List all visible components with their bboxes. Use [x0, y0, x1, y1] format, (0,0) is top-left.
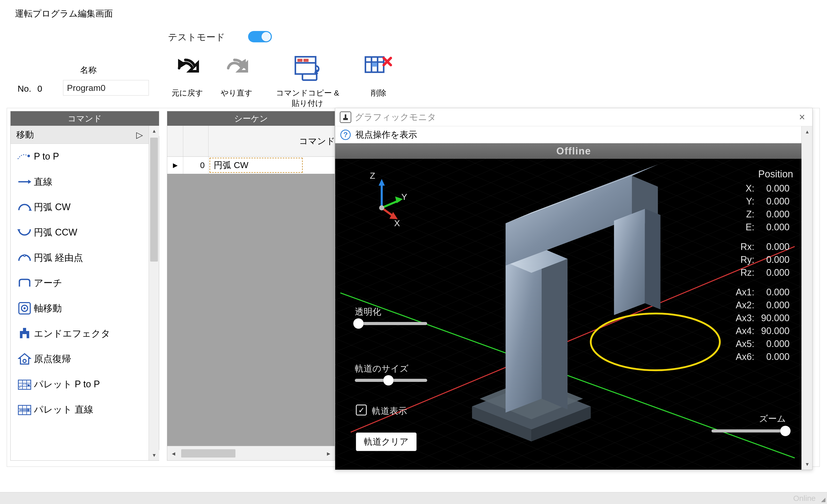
svg-rect-4	[302, 74, 317, 80]
no-label: No.	[17, 83, 31, 94]
line-icon	[15, 177, 34, 187]
trace-show-checkbox[interactable]: ✓	[356, 405, 367, 415]
command-item-arc-via[interactable]: 円弧 経由点	[11, 245, 149, 270]
scroll-up-icon[interactable]: ▴	[149, 126, 159, 136]
trace-size-label: 軌道のサイズ	[355, 363, 408, 375]
status-bar: Online ◢	[0, 492, 827, 504]
command-item-home[interactable]: 原点復帰	[11, 346, 149, 372]
program-number-value: 0	[37, 83, 42, 94]
end-effector-icon	[15, 327, 34, 340]
svg-rect-35	[345, 114, 346, 118]
test-mode-toggle[interactable]	[248, 31, 272, 42]
svg-rect-17	[23, 328, 26, 331]
viewport-3d[interactable]: Z Y X 透明化 軌道のサイズ ✓ 軌道表示 軌道クリア ズーム Positi…	[335, 159, 801, 470]
scroll-up-icon[interactable]: ▴	[802, 126, 813, 137]
svg-rect-19	[20, 334, 22, 338]
status-online: Online	[793, 494, 816, 503]
view-help-button[interactable]: ? 視点操作を表示	[335, 126, 812, 143]
command-item-pallet-line[interactable]: パレット 直線	[11, 397, 149, 422]
transparency-slider[interactable]	[355, 322, 427, 325]
command-item-pallet-ptop[interactable]: パレット P to P	[11, 372, 149, 397]
program-number-label: No. 0	[17, 83, 42, 94]
sequence-command-cell[interactable]: 円弧 CW	[209, 158, 303, 173]
axis-z-label: Z	[370, 171, 375, 181]
svg-marker-54	[379, 179, 385, 186]
sequence-row[interactable]: ▶ 0 円弧 CW	[167, 157, 335, 174]
svg-point-13	[24, 255, 25, 256]
undo-button[interactable]: 元に戻す	[165, 55, 209, 79]
slider-knob[interactable]	[383, 375, 394, 386]
offline-badge: Offline	[335, 143, 812, 159]
scroll-thumb[interactable]	[150, 137, 158, 262]
scroll-down-icon[interactable]: ▾	[149, 450, 159, 460]
view-help-label: 視点操作を表示	[355, 129, 417, 141]
graphic-monitor-window: グラフィックモニタ × ? 視点操作を表示 Offline	[335, 108, 813, 470]
page-title: 運転プログラム編集画面	[15, 8, 113, 20]
command-item-end-effector[interactable]: エンドエフェクタ	[11, 321, 149, 346]
sequence-h-scrollbar[interactable]: ◂ ▸	[167, 446, 335, 460]
toggle-knob-icon	[261, 32, 271, 41]
scroll-thumb[interactable]	[181, 449, 235, 457]
copy-paste-label-1: コマンドコピー &	[274, 88, 341, 98]
command-item-arc-cw[interactable]: 円弧 CW	[11, 194, 149, 220]
trace-show-label: 軌道表示	[372, 405, 407, 417]
command-panel-header: コマンド	[11, 111, 159, 126]
position-header: Position	[732, 169, 793, 182]
transparency-label: 透明化	[355, 306, 381, 318]
command-item-label: アーチ	[34, 277, 62, 289]
command-item-axis-move[interactable]: 軸移動	[11, 296, 149, 321]
scroll-right-icon[interactable]: ▸	[322, 446, 335, 461]
svg-rect-2	[297, 59, 303, 62]
sequence-panel: シーケン コマンド ▶ 0 円弧 CW ◂ ▸	[167, 111, 335, 461]
command-item-arch[interactable]: アーチ	[11, 270, 149, 296]
command-scrollbar[interactable]: ▴ ▾	[149, 126, 159, 460]
axis-move-icon	[15, 301, 34, 315]
zoom-slider[interactable]	[712, 429, 789, 433]
axis-x-label: X	[394, 218, 400, 228]
undo-icon	[175, 55, 200, 79]
slider-knob[interactable]	[353, 318, 363, 329]
command-item-arc-ccw[interactable]: 円弧 CCW	[11, 220, 149, 245]
ptop-icon	[15, 151, 34, 162]
command-list: P to P 直線 円弧 CW 円弧 CCW	[11, 144, 149, 460]
delete-icon	[364, 55, 393, 79]
arc-cw-icon	[15, 202, 34, 212]
svg-rect-20	[27, 334, 29, 338]
command-item-label: P to P	[34, 151, 59, 162]
svg-point-10	[28, 155, 30, 157]
trace-size-slider[interactable]	[355, 379, 427, 382]
svg-rect-9	[372, 62, 377, 67]
copy-paste-button[interactable]: コマンドコピー & 貼り付け	[274, 55, 341, 83]
trace-clear-button[interactable]: 軌道クリア	[356, 433, 417, 451]
svg-point-27	[28, 384, 30, 386]
graphic-monitor-titlebar[interactable]: グラフィックモニタ ×	[335, 108, 812, 126]
redo-icon	[224, 55, 249, 79]
copy-paste-label-2: 貼り付け	[274, 98, 341, 109]
svg-point-21	[23, 359, 26, 362]
resize-grip-icon[interactable]: ◢	[821, 496, 825, 503]
redo-button[interactable]: やり直す	[214, 55, 258, 79]
program-name-input[interactable]	[63, 80, 149, 96]
delete-button[interactable]: 削除	[357, 55, 401, 79]
axis-y-label: Y	[401, 192, 407, 202]
svg-rect-18	[20, 331, 29, 334]
command-item-label: 直線	[34, 176, 52, 188]
command-category-move[interactable]: 移動 ▷	[11, 126, 149, 144]
command-item-label: 円弧 経由点	[34, 251, 83, 264]
arch-icon	[15, 278, 34, 288]
sequence-col-command: コマンド	[208, 126, 335, 157]
svg-marker-44	[505, 248, 542, 412]
row-marker-icon: ▶	[167, 157, 183, 174]
delete-label: 削除	[357, 88, 401, 98]
command-item-label: 円弧 CW	[34, 201, 70, 214]
svg-rect-3	[303, 59, 308, 62]
svg-marker-51	[645, 209, 661, 310]
graphic-monitor-scrollbar[interactable]: ▴ ▾	[801, 126, 812, 470]
pallet-ptop-icon	[15, 378, 34, 390]
scroll-down-icon[interactable]: ▾	[802, 459, 813, 470]
scroll-left-icon[interactable]: ◂	[167, 446, 180, 461]
command-item-line[interactable]: 直線	[11, 169, 149, 194]
close-icon[interactable]: ×	[796, 111, 808, 123]
command-item-ptop[interactable]: P to P	[11, 144, 149, 169]
slider-knob[interactable]	[780, 426, 790, 436]
